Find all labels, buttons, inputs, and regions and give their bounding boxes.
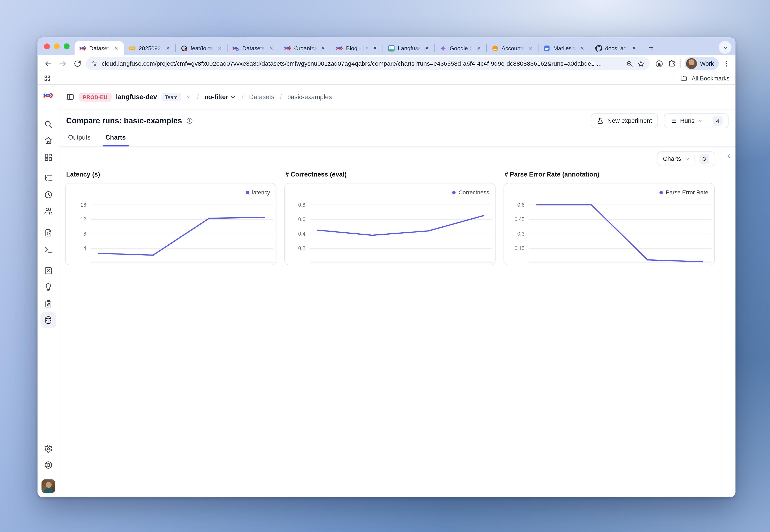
close-tab-icon[interactable]: ✕ [164, 45, 171, 51]
minimize-window-button[interactable] [54, 43, 60, 49]
chart-title: # Correctness (eval) [285, 171, 496, 178]
back-button[interactable] [41, 57, 54, 70]
url-text[interactable]: cloud.langfuse.com/project/cmfwgv8fx002o… [102, 60, 622, 67]
search-icon [44, 120, 53, 129]
bookmark-star-icon[interactable] [637, 60, 645, 67]
tab-charts[interactable]: Charts [104, 132, 127, 147]
tab-search-button[interactable] [719, 41, 731, 54]
window-controls [38, 38, 75, 55]
list-icon [670, 117, 677, 124]
all-bookmarks-button[interactable]: All Bookmarks [674, 75, 730, 82]
close-tab-icon[interactable]: ✕ [371, 45, 379, 51]
gemini-favicon-icon [440, 45, 447, 52]
browser-tab[interactable]: Datasets | L✕ [228, 41, 279, 55]
sidebar-item-prompts[interactable] [40, 225, 56, 241]
info-icon[interactable] [186, 117, 193, 124]
legend-label: latency [252, 189, 270, 195]
reload-button[interactable] [71, 57, 84, 70]
sidebar-item-sessions[interactable] [40, 187, 56, 203]
new-experiment-button[interactable]: New experiment [591, 114, 658, 128]
flask-icon [597, 117, 604, 124]
forward-button[interactable] [56, 57, 69, 70]
close-tab-icon[interactable]: ✕ [579, 45, 586, 51]
browser-tab[interactable]: feat(io-tab✕ [176, 41, 227, 55]
chart-card: 0.150.30.450.6Parse Error Rate [503, 183, 715, 265]
browser-tab[interactable]: Google Ger✕ [435, 41, 486, 55]
browser-tab[interactable]: 20250923✕ [124, 41, 175, 55]
org-name[interactable]: langfuse-dev [116, 93, 157, 101]
close-tab-icon[interactable]: ✕ [527, 45, 534, 51]
charts-selector-button[interactable]: Charts 3 [657, 151, 715, 166]
chart-title: # Parse Error Rate (annotation) [504, 171, 715, 178]
breadcrumb-separator: / [196, 93, 200, 101]
browser-tab[interactable]: Organizatio✕ [279, 41, 331, 55]
legend-label: Correctness [458, 189, 489, 195]
browser-tab[interactable]: 6Langfuse -✕ [383, 41, 434, 55]
password-manager-extension-icon[interactable] [655, 59, 664, 68]
close-tab-icon[interactable]: ✕ [631, 45, 638, 51]
close-tab-icon[interactable]: ✕ [216, 45, 223, 51]
profile-name: Work [700, 60, 714, 67]
close-window-button[interactable] [44, 43, 50, 49]
collapse-panel-button[interactable] [723, 151, 734, 162]
browser-profile-button[interactable]: Work [685, 57, 719, 70]
runs-label: Runs [680, 117, 694, 124]
langfuse-app: PROD-EU langfuse-dev Team / no-filter / … [38, 85, 736, 497]
sidebar-item-users[interactable] [40, 203, 56, 219]
environment-badge: PROD-EU [79, 92, 111, 101]
sidebar-item-dashboards[interactable] [40, 149, 56, 165]
browser-tab[interactable]: Datasets | L✕ [75, 41, 124, 55]
langfuse-logo[interactable] [43, 91, 53, 101]
breadcrumb-separator: / [279, 93, 283, 101]
sidebar-item-home[interactable] [40, 133, 56, 148]
breadcrumb-current-dataset[interactable]: basic-examples [287, 93, 332, 101]
tracing-icon [44, 174, 53, 182]
sidebar-item-playground[interactable] [40, 242, 56, 257]
project-switcher[interactable]: no-filter [205, 93, 236, 101]
sidebar-item-insights[interactable] [40, 280, 56, 295]
sidebar-item-scores[interactable] [40, 263, 56, 279]
tab-title: Marlies we [553, 45, 576, 51]
close-tab-icon[interactable]: ✕ [423, 45, 430, 51]
sidebar-item-datasets[interactable] [40, 312, 56, 328]
browser-tab[interactable]: Blog - Lang✕ [331, 41, 383, 55]
chart-card: 0.20.40.60.8Correctness [284, 183, 495, 265]
org-switcher-chevron-icon[interactable] [185, 94, 191, 100]
breadcrumb-datasets-link[interactable]: Datasets [249, 93, 274, 101]
zoom-window-button[interactable] [64, 43, 70, 49]
close-tab-icon[interactable]: ✕ [475, 45, 482, 51]
apps-grid-icon[interactable] [43, 75, 51, 82]
address-bar[interactable]: cloud.langfuse.com/project/cmfwgv8fx002o… [86, 57, 650, 70]
site-settings-icon[interactable] [91, 60, 98, 67]
sidebar-item-settings[interactable] [40, 441, 56, 457]
sidebar-item-annotation-queues[interactable] [40, 296, 56, 312]
browser-toolbar: cloud.langfuse.com/project/cmfwgv8fx002o… [38, 55, 736, 72]
extensions-puzzle-icon[interactable] [668, 60, 676, 68]
user-avatar[interactable] [41, 479, 55, 493]
tab-outputs[interactable]: Outputs [67, 132, 92, 147]
browser-tab[interactable]: Marlies we✕ [538, 41, 590, 55]
sidebar-item-support[interactable] [40, 457, 56, 473]
svg-text:0.6: 0.6 [298, 216, 306, 222]
browser-tab[interactable]: Accounts |✕ [487, 41, 538, 55]
langfuse-favicon-icon [79, 45, 86, 52]
browser-tab[interactable]: docs: add g✕ [591, 41, 642, 55]
chart-card: 481216latency [65, 183, 276, 265]
chevron-down-icon [685, 156, 690, 161]
profile-avatar [686, 58, 697, 69]
github-favicon-icon [596, 45, 603, 52]
langfuse-sync-favicon-icon [233, 45, 240, 52]
sidebar-item-search[interactable] [40, 116, 56, 132]
close-tab-icon[interactable]: ✕ [320, 45, 327, 51]
zoom-page-icon[interactable] [626, 60, 633, 67]
sidebar-toggle-icon[interactable] [66, 93, 75, 101]
new-tab-button[interactable]: + [645, 42, 657, 54]
browser-menu-icon[interactable] [723, 60, 730, 68]
github-pr-favicon-icon [180, 45, 187, 52]
runs-selector-button[interactable]: Runs 4 [664, 114, 729, 128]
sidebar-item-tracing[interactable] [40, 170, 56, 186]
close-tab-icon[interactable]: ✕ [113, 45, 120, 51]
desktop: Datasets | L✕20250923✕feat(io-tab✕Datase… [0, 0, 770, 532]
button-divider [708, 117, 708, 125]
close-tab-icon[interactable]: ✕ [268, 45, 275, 51]
